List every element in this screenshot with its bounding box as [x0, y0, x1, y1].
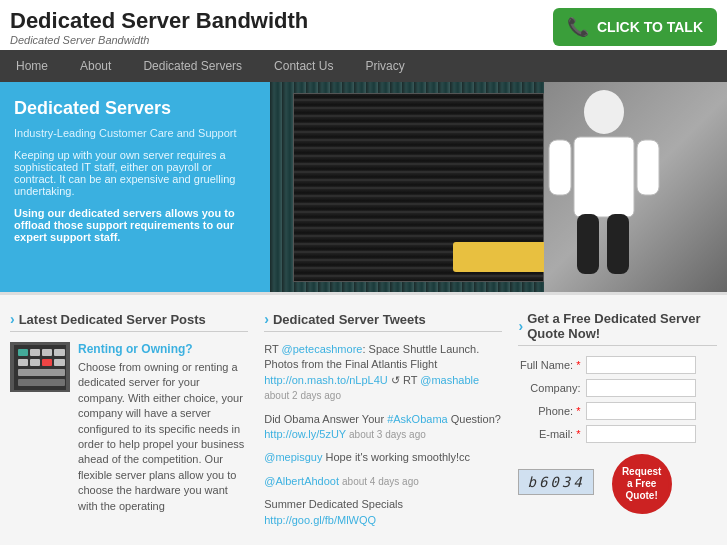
main-nav: Home About Dedicated Servers Contact Us …: [0, 50, 727, 82]
tweet-item-1: RT @petecashmore: Space Shuttle Launch. …: [264, 342, 502, 404]
svg-rect-14: [54, 359, 65, 366]
svg-rect-13: [42, 359, 52, 366]
tweets-panel: Dedicated Server Tweets RT @petecashmore…: [264, 311, 502, 536]
hero-body: Keeping up with your own server requires…: [14, 149, 256, 197]
tweet-meta-4: about 4 days ago: [342, 476, 419, 487]
person-illustration: [544, 82, 727, 292]
svg-rect-4: [577, 214, 599, 274]
click-to-talk-button[interactable]: 📞 CLICK TO TALK: [553, 8, 717, 46]
form-row-fullname: Full Name: *: [518, 356, 717, 374]
tweet-link-petecashmore[interactable]: @petecashmore: [282, 343, 363, 355]
hero-title: Dedicated Servers: [14, 98, 256, 119]
header: Dedicated Server Bandwidth Dedicated Ser…: [0, 0, 727, 50]
svg-rect-8: [30, 349, 40, 356]
hero-section: Dedicated Servers Industry-Leading Custo…: [0, 82, 727, 292]
nav-item-dedicated-servers[interactable]: Dedicated Servers: [127, 50, 258, 82]
quote-form-panel: Get a Free Dedicated Server Quote Now! F…: [518, 311, 717, 536]
tweet-item-2: Did Obama Answer Your #AskObama Question…: [264, 412, 502, 443]
post-item: Renting or Owning? Choose from owning or…: [10, 342, 248, 514]
tweet-link-1[interactable]: http://on.mash.to/nLpL4U: [264, 374, 388, 386]
hero-image-panel: [270, 82, 727, 292]
tweet-text-5: Summer Dedicated Specials http://goo.gl/…: [264, 498, 403, 525]
svg-rect-1: [574, 137, 634, 217]
captcha-area: b6034: [518, 469, 593, 495]
svg-point-0: [584, 90, 624, 134]
nav-link-dedicated-servers[interactable]: Dedicated Servers: [127, 50, 258, 82]
form-row-company: Company:: [518, 379, 717, 397]
svg-rect-10: [54, 349, 65, 356]
form-row-phone: Phone: *: [518, 402, 717, 420]
tweet-link-albert[interactable]: @AlbertAhdoot: [264, 475, 339, 487]
phone-icon: 📞: [567, 16, 589, 38]
cta-label: CLICK TO TALK: [597, 19, 703, 35]
nav-link-about[interactable]: About: [64, 50, 127, 82]
nav-link-contact[interactable]: Contact Us: [258, 50, 349, 82]
site-title-area: Dedicated Server Bandwidth Dedicated Ser…: [10, 8, 308, 46]
request-quote-button[interactable]: Request a Free Quote!: [612, 454, 672, 514]
input-company[interactable]: [586, 379, 696, 397]
form-row-email: E-mail: *: [518, 425, 717, 443]
post-title: Renting or Owning?: [78, 342, 248, 356]
hero-subtitle: Industry-Leading Customer Care and Suppo…: [14, 127, 256, 139]
person-svg: [544, 82, 664, 292]
tweet-link-5[interactable]: http://goo.gl/fb/MlWQQ: [264, 514, 376, 526]
post-body: Choose from owning or renting a dedicate…: [78, 360, 248, 514]
svg-rect-11: [18, 359, 28, 366]
nav-item-contact[interactable]: Contact Us: [258, 50, 349, 82]
tweet-link-mashable[interactable]: @mashable: [420, 374, 479, 386]
nav-link-home[interactable]: Home: [0, 50, 64, 82]
captcha-text: b6034: [518, 469, 593, 495]
content-section: Latest Dedicated Server Posts: [0, 292, 727, 545]
nav-item-home[interactable]: Home: [0, 50, 64, 82]
svg-rect-16: [18, 379, 65, 386]
svg-rect-2: [549, 140, 571, 195]
input-fullname[interactable]: [586, 356, 696, 374]
tweet-item-3: @mepisguy Hope it's working smoothly!cc: [264, 450, 502, 465]
tweet-link-2[interactable]: http://ow.ly/5zUY: [264, 428, 346, 440]
required-star: *: [576, 359, 580, 371]
post-thumbnail: [10, 342, 70, 392]
nav-item-about[interactable]: About: [64, 50, 127, 82]
required-star-email: *: [576, 428, 580, 440]
tweet-link-mepisguy[interactable]: @mepisguy: [264, 451, 322, 463]
quote-form-title: Get a Free Dedicated Server Quote Now!: [518, 311, 717, 346]
hero-text-panel: Dedicated Servers Industry-Leading Custo…: [0, 82, 270, 292]
tweet-meta-2: about 3 days ago: [349, 429, 426, 440]
tweet-text-4: @AlbertAhdoot: [264, 475, 339, 487]
tweet-item-5: Summer Dedicated Specials http://goo.gl/…: [264, 497, 502, 528]
tweets-title: Dedicated Server Tweets: [264, 311, 502, 332]
post-content: Renting or Owning? Choose from owning or…: [78, 342, 248, 514]
svg-rect-7: [18, 349, 28, 356]
required-star-phone: *: [576, 405, 580, 417]
input-email[interactable]: [586, 425, 696, 443]
site-title: Dedicated Server Bandwidth: [10, 8, 308, 34]
svg-rect-5: [607, 214, 629, 274]
tweet-text-3: @mepisguy Hope it's working smoothly!cc: [264, 451, 470, 463]
nav-link-privacy[interactable]: Privacy: [349, 50, 420, 82]
keyboard-icon: [14, 345, 66, 390]
tweet-item-4: @AlbertAhdoot about 4 days ago: [264, 474, 502, 489]
label-company: Company:: [518, 382, 586, 394]
label-email: E-mail: *: [518, 428, 586, 440]
label-phone: Phone: *: [518, 405, 586, 417]
site-subtitle: Dedicated Server Bandwidth: [10, 34, 308, 46]
quote-form-fields: Full Name: * Company: Phone: * E-mail: *: [518, 356, 717, 443]
svg-rect-9: [42, 349, 52, 356]
tweet-link-askobama[interactable]: #AskObama: [387, 413, 448, 425]
latest-posts-panel: Latest Dedicated Server Posts: [10, 311, 248, 536]
nav-item-privacy[interactable]: Privacy: [349, 50, 420, 82]
input-phone[interactable]: [586, 402, 696, 420]
hero-background: [270, 82, 727, 292]
hero-highlight: Using our dedicated servers allows you t…: [14, 207, 256, 243]
svg-rect-15: [18, 369, 65, 376]
tweet-rt-1: ↺ RT @mashable: [391, 374, 479, 386]
label-fullname: Full Name: *: [518, 359, 586, 371]
tweet-meta-1: about 2 days ago: [264, 390, 341, 401]
svg-rect-12: [30, 359, 40, 366]
svg-rect-3: [637, 140, 659, 195]
form-bottom-row: b6034 Request a Free Quote!: [518, 449, 717, 514]
latest-posts-title: Latest Dedicated Server Posts: [10, 311, 248, 332]
